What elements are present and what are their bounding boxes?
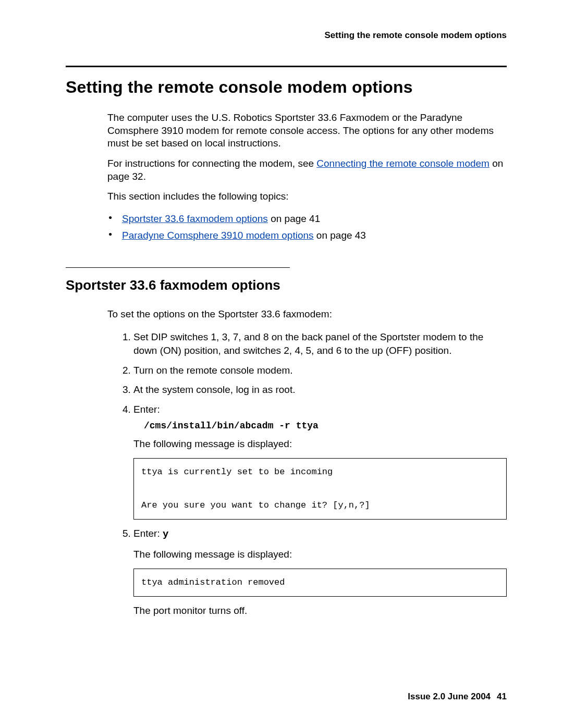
step-4: Enter: /cms/install/bin/abcadm -r ttya T… xyxy=(133,403,507,520)
step-2: Turn on the remote console modem. xyxy=(133,364,507,377)
page-number: 41 xyxy=(497,692,507,701)
running-header: Setting the remote console modem options xyxy=(66,30,507,41)
page-footer: Issue 2.0 June 200441 xyxy=(408,692,507,702)
page: Setting the remote console modem options… xyxy=(0,0,563,728)
section-lead: To set the options on the Sportster 33.6… xyxy=(107,308,507,321)
step-5-msg-lead: The following message is displayed: xyxy=(133,548,507,561)
step-3: At the system console, log in as root. xyxy=(133,383,507,397)
link-paradyne-options[interactable]: Paradyne Comsphere 3910 modem options xyxy=(122,230,314,241)
list-item: Paradyne Comsphere 3910 modem options on… xyxy=(118,227,507,244)
list-tail: on page 43 xyxy=(314,230,366,241)
intro-block: The computer uses the U.S. Robotics Spor… xyxy=(107,112,507,244)
list-tail: on page 41 xyxy=(268,213,320,224)
section-rule xyxy=(66,267,290,268)
link-sportster-options[interactable]: Sportster 33.6 faxmodem options xyxy=(122,213,268,224)
list-item: Sportster 33.6 faxmodem options on page … xyxy=(118,211,507,227)
step-4-command: /cms/install/bin/abcadm -r ttya xyxy=(144,419,507,432)
step-1: Set DIP switches 1, 3, 7, and 8 on the b… xyxy=(133,330,507,357)
section-body: To set the options on the Sportster 33.6… xyxy=(107,308,507,618)
xref-paragraph: For instructions for connecting the mode… xyxy=(107,157,507,183)
intro-paragraph: The computer uses the U.S. Robotics Spor… xyxy=(107,112,507,150)
step-4-label: Enter: xyxy=(133,404,160,415)
step-5-label: Enter: xyxy=(133,528,163,539)
console-output-2: ttya administration removed xyxy=(133,569,507,597)
topics-list: Sportster 33.6 faxmodem options on page … xyxy=(107,211,507,244)
console-output-1: ttya is currently set to be incoming Are… xyxy=(133,458,507,520)
link-connecting-modem[interactable]: Connecting the remote console modem xyxy=(316,158,489,169)
top-rule xyxy=(66,66,507,67)
step-4-msg-lead: The following message is displayed: xyxy=(133,437,507,451)
section-heading-sportster: Sportster 33.6 faxmodem options xyxy=(66,277,507,293)
step-5-tail: The port monitor turns off. xyxy=(133,604,507,618)
topics-lead: This section includes the following topi… xyxy=(107,190,507,203)
issue-label: Issue 2.0 June 2004 xyxy=(408,692,491,701)
page-title: Setting the remote console modem options xyxy=(66,78,507,97)
xref-text-before: For instructions for connecting the mode… xyxy=(107,158,316,169)
steps-list: Set DIP switches 1, 3, 7, and 8 on the b… xyxy=(118,330,507,617)
step-5: Enter: y The following message is displa… xyxy=(133,527,507,617)
step-5-command: y xyxy=(163,528,168,540)
